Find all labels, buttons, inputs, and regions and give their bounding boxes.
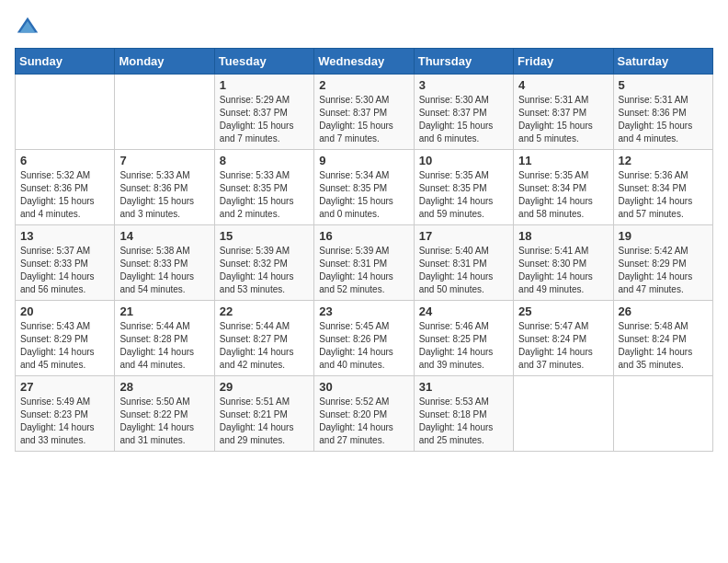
day-number: 14	[119, 229, 209, 243]
day-info: Sunrise: 5:30 AM Sunset: 8:37 PM Dayligh…	[319, 94, 408, 145]
day-number: 15	[220, 229, 309, 243]
day-info: Sunrise: 5:51 AM Sunset: 8:21 PM Dayligh…	[220, 396, 309, 447]
day-number: 9	[319, 154, 408, 167]
calendar-day-cell: 19Sunrise: 5:42 AM Sunset: 8:29 PM Dayli…	[613, 225, 712, 301]
calendar-day-cell: 5Sunrise: 5:31 AM Sunset: 8:36 PM Daylig…	[613, 75, 712, 150]
calendar-week-row: 1Sunrise: 5:29 AM Sunset: 8:37 PM Daylig…	[16, 75, 713, 150]
day-info: Sunrise: 5:50 AM Sunset: 8:22 PM Dayligh…	[119, 396, 209, 447]
day-number: 26	[619, 304, 708, 318]
calendar-week-row: 6Sunrise: 5:32 AM Sunset: 8:36 PM Daylig…	[16, 150, 713, 225]
day-number: 11	[518, 154, 608, 167]
day-number: 29	[220, 380, 309, 394]
calendar-day-cell: 10Sunrise: 5:35 AM Sunset: 8:35 PM Dayli…	[414, 150, 513, 225]
calendar-day-cell: 9Sunrise: 5:34 AM Sunset: 8:35 PM Daylig…	[314, 150, 414, 225]
weekday-header: Saturday	[613, 49, 712, 75]
day-info: Sunrise: 5:39 AM Sunset: 8:31 PM Dayligh…	[319, 245, 408, 296]
calendar-day-cell	[16, 75, 115, 150]
day-info: Sunrise: 5:38 AM Sunset: 8:33 PM Dayligh…	[119, 245, 209, 296]
day-info: Sunrise: 5:29 AM Sunset: 8:37 PM Dayligh…	[220, 94, 309, 145]
day-info: Sunrise: 5:53 AM Sunset: 8:18 PM Dayligh…	[419, 396, 508, 447]
day-number: 27	[20, 380, 109, 394]
calendar-week-row: 20Sunrise: 5:43 AM Sunset: 8:29 PM Dayli…	[16, 301, 713, 376]
day-info: Sunrise: 5:46 AM Sunset: 8:25 PM Dayligh…	[419, 320, 508, 372]
day-info: Sunrise: 5:47 AM Sunset: 8:24 PM Dayligh…	[518, 320, 608, 372]
calendar-day-cell: 16Sunrise: 5:39 AM Sunset: 8:31 PM Dayli…	[314, 225, 414, 301]
day-info: Sunrise: 5:52 AM Sunset: 8:20 PM Dayligh…	[319, 396, 408, 447]
day-info: Sunrise: 5:32 AM Sunset: 8:36 PM Dayligh…	[20, 169, 109, 221]
day-info: Sunrise: 5:33 AM Sunset: 8:36 PM Dayligh…	[119, 169, 209, 221]
day-info: Sunrise: 5:49 AM Sunset: 8:23 PM Dayligh…	[20, 396, 109, 447]
weekday-header: Wednesday	[314, 49, 414, 75]
day-number: 7	[119, 154, 209, 167]
day-number: 10	[419, 154, 508, 167]
calendar-day-cell	[115, 75, 214, 150]
calendar-day-cell: 30Sunrise: 5:52 AM Sunset: 8:20 PM Dayli…	[314, 376, 414, 452]
day-info: Sunrise: 5:45 AM Sunset: 8:26 PM Dayligh…	[319, 320, 408, 372]
calendar-day-cell: 21Sunrise: 5:44 AM Sunset: 8:28 PM Dayli…	[115, 301, 214, 376]
calendar-day-cell: 13Sunrise: 5:37 AM Sunset: 8:33 PM Dayli…	[16, 225, 115, 301]
day-info: Sunrise: 5:30 AM Sunset: 8:37 PM Dayligh…	[419, 94, 508, 145]
day-number: 28	[119, 380, 209, 394]
day-info: Sunrise: 5:44 AM Sunset: 8:28 PM Dayligh…	[119, 320, 209, 372]
calendar-day-cell: 7Sunrise: 5:33 AM Sunset: 8:36 PM Daylig…	[115, 150, 214, 225]
header	[15, 15, 713, 40]
day-number: 1	[220, 78, 309, 92]
calendar-day-cell: 1Sunrise: 5:29 AM Sunset: 8:37 PM Daylig…	[214, 75, 313, 150]
calendar-day-cell: 17Sunrise: 5:40 AM Sunset: 8:31 PM Dayli…	[414, 225, 513, 301]
day-number: 22	[220, 304, 309, 318]
day-info: Sunrise: 5:40 AM Sunset: 8:31 PM Dayligh…	[419, 245, 508, 296]
day-number: 21	[119, 304, 209, 318]
calendar-day-cell: 8Sunrise: 5:33 AM Sunset: 8:35 PM Daylig…	[214, 150, 313, 225]
day-number: 17	[419, 229, 508, 243]
calendar-day-cell	[613, 376, 712, 452]
calendar-day-cell: 24Sunrise: 5:46 AM Sunset: 8:25 PM Dayli…	[414, 301, 513, 376]
day-info: Sunrise: 5:42 AM Sunset: 8:29 PM Dayligh…	[619, 245, 708, 296]
logo-icon	[15, 15, 40, 40]
calendar-day-cell: 23Sunrise: 5:45 AM Sunset: 8:26 PM Dayli…	[314, 301, 414, 376]
day-number: 23	[319, 304, 408, 318]
day-number: 30	[319, 380, 408, 394]
calendar-day-cell: 4Sunrise: 5:31 AM Sunset: 8:37 PM Daylig…	[514, 75, 613, 150]
day-number: 12	[619, 154, 708, 167]
calendar-day-cell: 29Sunrise: 5:51 AM Sunset: 8:21 PM Dayli…	[214, 376, 313, 452]
calendar-header-row: SundayMondayTuesdayWednesdayThursdayFrid…	[16, 49, 713, 75]
calendar: SundayMondayTuesdayWednesdayThursdayFrid…	[15, 48, 713, 452]
calendar-day-cell: 31Sunrise: 5:53 AM Sunset: 8:18 PM Dayli…	[414, 376, 513, 452]
calendar-day-cell: 14Sunrise: 5:38 AM Sunset: 8:33 PM Dayli…	[115, 225, 214, 301]
calendar-day-cell	[514, 376, 613, 452]
calendar-day-cell: 22Sunrise: 5:44 AM Sunset: 8:27 PM Dayli…	[214, 301, 313, 376]
day-info: Sunrise: 5:36 AM Sunset: 8:34 PM Dayligh…	[619, 169, 708, 221]
day-number: 19	[619, 229, 708, 243]
day-info: Sunrise: 5:35 AM Sunset: 8:34 PM Dayligh…	[518, 169, 608, 221]
day-number: 31	[419, 380, 508, 394]
day-number: 18	[518, 229, 608, 243]
day-number: 5	[619, 78, 708, 92]
weekday-header: Sunday	[16, 49, 115, 75]
day-number: 20	[20, 304, 109, 318]
calendar-day-cell: 15Sunrise: 5:39 AM Sunset: 8:32 PM Dayli…	[214, 225, 313, 301]
calendar-day-cell: 11Sunrise: 5:35 AM Sunset: 8:34 PM Dayli…	[514, 150, 613, 225]
day-info: Sunrise: 5:41 AM Sunset: 8:30 PM Dayligh…	[518, 245, 608, 296]
day-number: 2	[319, 78, 408, 92]
day-info: Sunrise: 5:37 AM Sunset: 8:33 PM Dayligh…	[20, 245, 109, 296]
weekday-header: Tuesday	[214, 49, 313, 75]
calendar-day-cell: 25Sunrise: 5:47 AM Sunset: 8:24 PM Dayli…	[514, 301, 613, 376]
day-info: Sunrise: 5:35 AM Sunset: 8:35 PM Dayligh…	[419, 169, 508, 221]
logo	[15, 15, 44, 40]
weekday-header: Friday	[514, 49, 613, 75]
calendar-day-cell: 3Sunrise: 5:30 AM Sunset: 8:37 PM Daylig…	[414, 75, 513, 150]
calendar-week-row: 27Sunrise: 5:49 AM Sunset: 8:23 PM Dayli…	[16, 376, 713, 452]
day-info: Sunrise: 5:31 AM Sunset: 8:36 PM Dayligh…	[619, 94, 708, 145]
day-number: 8	[220, 154, 309, 167]
day-info: Sunrise: 5:34 AM Sunset: 8:35 PM Dayligh…	[319, 169, 408, 221]
day-number: 24	[419, 304, 508, 318]
day-info: Sunrise: 5:44 AM Sunset: 8:27 PM Dayligh…	[220, 320, 309, 372]
day-number: 25	[518, 304, 608, 318]
day-info: Sunrise: 5:31 AM Sunset: 8:37 PM Dayligh…	[518, 94, 608, 145]
day-info: Sunrise: 5:43 AM Sunset: 8:29 PM Dayligh…	[20, 320, 109, 372]
calendar-day-cell: 2Sunrise: 5:30 AM Sunset: 8:37 PM Daylig…	[314, 75, 414, 150]
calendar-day-cell: 18Sunrise: 5:41 AM Sunset: 8:30 PM Dayli…	[514, 225, 613, 301]
calendar-day-cell: 6Sunrise: 5:32 AM Sunset: 8:36 PM Daylig…	[16, 150, 115, 225]
day-number: 16	[319, 229, 408, 243]
calendar-day-cell: 28Sunrise: 5:50 AM Sunset: 8:22 PM Dayli…	[115, 376, 214, 452]
